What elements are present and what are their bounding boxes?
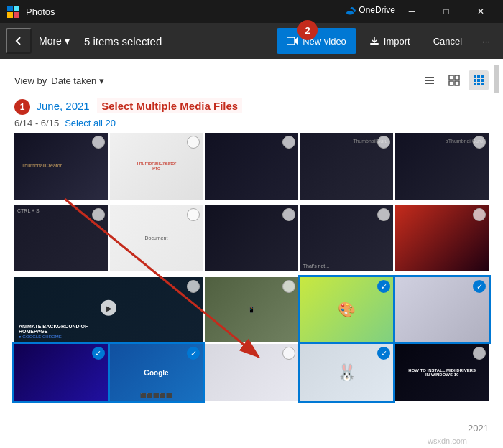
photo-cell[interactable]: HOW TO INSTALL MIDI DRIVERS IN WINDOWS 1… [395,344,489,401]
scrollbar-thumb[interactable] [494,65,499,93]
svg-rect-17 [474,79,476,82]
photo-cell[interactable]: Document [110,205,203,272]
toolbar: More ▾ 5 items selected New video Import… [0,23,503,59]
svg-point-4 [346,11,354,15]
svg-rect-6 [370,43,379,45]
svg-rect-11 [455,75,459,80]
list-view-icon [424,75,435,86]
section-month[interactable]: June, 2021 [36,100,89,112]
photo-cell[interactable]: 🎨 ✓ [300,277,394,342]
new-video-icon [287,36,298,46]
photo-checkbox[interactable] [473,208,486,221]
photo-cell[interactable]: aThumbnailGuru [395,133,489,200]
date-range: 6/14 - 6/15 Select all 20 [14,118,489,129]
more-chevron-icon: ▾ [65,35,70,47]
photo-cell[interactable] [395,205,489,272]
svg-rect-16 [481,75,484,78]
select-annotation: Select Multiple Media Files [97,98,242,113]
selected-count: 5 items selected [77,35,277,47]
svg-rect-8 [425,80,434,81]
photo-cell[interactable]: ANIMATE BACKGROUND OF HOMEPAGE ● GOOGLE … [14,277,203,342]
svg-rect-5 [287,37,295,45]
photo-cell[interactable]: ThumbnailCreatorPro [110,133,203,200]
title-bar: Photos OneDrive ─ □ ✕ [0,0,503,23]
photo-checkbox[interactable] [377,208,390,221]
photo-checkbox[interactable] [187,208,200,221]
svg-rect-20 [474,83,476,85]
svg-rect-7 [425,77,434,78]
photo-checkbox[interactable] [92,208,105,221]
cancel-label: Cancel [433,36,462,47]
grid-view-icon [448,75,460,86]
import-label: Import [384,36,410,47]
annotation-badge-1: 1 [14,99,30,115]
svg-rect-19 [481,79,484,82]
photo-cell[interactable]: 📱 [205,277,298,342]
photo-cell[interactable]: ThumbnailGuru [300,133,394,200]
photo-checkbox[interactable] [282,280,295,293]
photo-checkbox[interactable] [473,136,486,149]
more-actions-button[interactable]: ··· [475,28,497,54]
photo-grid-row3: ANIMATE BACKGROUND OF HOMEPAGE ● GOOGLE … [14,277,489,342]
photo-checkbox[interactable]: ✓ [92,347,105,360]
photo-grid-row1: ThumbnailCreator ThumbnailCreatorPro Thu… [14,133,489,200]
content-area: View by Date taken ▾ [0,59,503,448]
section-header: 1 June, 2021 Select Multiple Media Files [14,99,489,115]
view-by-bar: View by Date taken ▾ [14,70,489,90]
photo-grid-row2: CTRL + S Document That's not... [14,205,489,272]
view-large-grid-button[interactable] [469,70,489,90]
onedrive-label: OneDrive [359,5,395,15]
photo-cell[interactable]: CTRL + S [14,205,108,272]
photo-cell[interactable] [205,344,298,401]
photo-checkbox[interactable] [282,208,295,221]
title-bar-controls[interactable]: ─ □ ✕ [395,0,497,23]
view-list-button[interactable] [420,70,440,90]
photo-cell[interactable]: 🐰 ✓ [300,344,394,401]
more-menu[interactable]: More ▾ [32,28,77,54]
svg-rect-21 [477,83,480,85]
large-grid-view-icon [473,75,484,86]
more-actions-icon: ··· [482,36,490,47]
import-button[interactable]: Import [359,28,420,54]
photo-cell[interactable]: ✓ [14,344,108,401]
scrollbar-track[interactable] [493,59,500,448]
close-button[interactable]: ✕ [464,0,497,23]
watermark: wsxdn.com [428,437,467,445]
photo-grid-row4: ✓ Google ⬛⬛⬛⬛⬛ ✓ 🐰 ✓ [14,344,489,401]
photo-cell[interactable]: That's not... [300,205,394,272]
svg-rect-9 [425,83,434,84]
photo-checkbox[interactable] [282,347,295,360]
photo-checkbox[interactable] [92,136,105,149]
svg-rect-14 [474,75,476,78]
back-button[interactable] [6,28,32,54]
app-icon [6,4,20,19]
back-icon [13,35,24,47]
date-range-text: 6/14 - 6/15 [14,118,59,129]
photo-checkbox[interactable] [282,136,295,149]
view-by-option: Date taken [51,75,96,86]
photo-cell[interactable] [205,205,298,272]
cancel-button[interactable]: Cancel [423,28,472,54]
svg-rect-15 [477,75,480,78]
view-grid-button[interactable] [444,70,464,90]
app-title: Photos [26,6,55,17]
photo-cell[interactable]: ✓ [395,277,489,342]
svg-rect-22 [481,83,484,85]
minimize-button[interactable]: ─ [395,0,428,23]
annotation-badge-2: 2 [297,20,318,40]
view-by-chevron-icon: ▾ [99,75,104,86]
maximize-button[interactable]: □ [430,0,463,23]
more-label: More [39,35,62,47]
svg-rect-3 [14,12,19,18]
svg-rect-13 [455,81,459,85]
photo-cell[interactable] [205,133,298,200]
photo-cell[interactable]: ThumbnailCreator [14,133,108,200]
onedrive-area: OneDrive [344,4,395,16]
svg-rect-18 [477,79,480,82]
select-all-link[interactable]: Select all 20 [65,118,116,129]
photo-cell[interactable]: Google ⬛⬛⬛⬛⬛ ✓ [110,344,203,401]
view-icons [420,70,489,90]
view-by-dropdown[interactable]: Date taken ▾ [51,75,104,86]
onedrive-icon [344,4,356,16]
year-label: 2021 [468,423,489,434]
